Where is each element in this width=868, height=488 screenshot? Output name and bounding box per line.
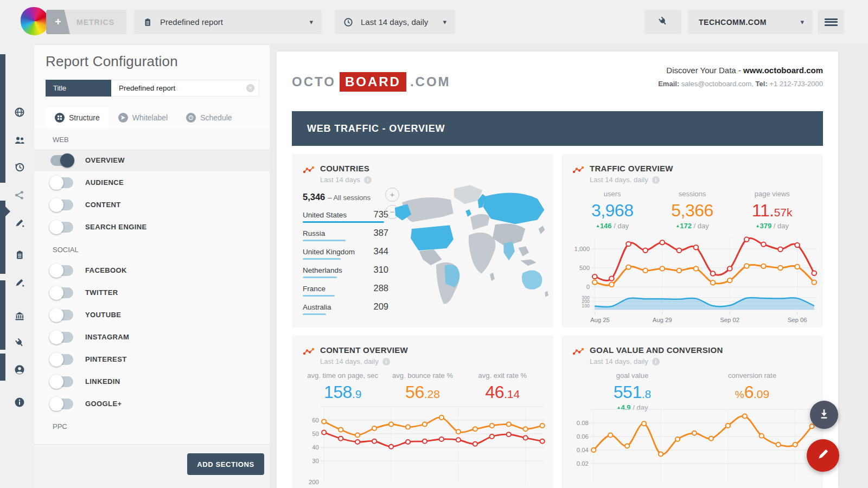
config-sections: WEBOVERVIEWAUDIENCECONTENTSEARCH ENGINES… [34,128,270,445]
country-row-australia: Australia209 [303,301,388,315]
toggle-row-instagram[interactable]: INSTAGRAM [34,326,270,348]
design-pen-icon[interactable] [14,277,25,288]
brand-board: BOARD [340,72,406,92]
info-icon[interactable]: i [652,358,660,365]
card-subtitle: Last 14 days, daily [590,176,648,184]
plus-icon: + [46,10,70,34]
edit-pen-icon[interactable] [14,217,25,228]
brand-com: .COM [410,74,451,89]
info-icon[interactable] [14,397,25,408]
plug-icon[interactable] [14,337,25,348]
metrics-button[interactable]: + METRICS [46,10,126,34]
toggle-row-facebook[interactable]: FACEBOOK [34,259,270,281]
widget-logo-icon [572,166,584,184]
scatter-metrics-icon[interactable] [14,190,25,201]
toggle-label: INSTAGRAM [85,333,129,341]
tab-whitelabel[interactable]: Whitelabel [109,107,177,128]
country-bar [303,221,384,223]
info-icon[interactable]: i [382,358,390,365]
clock-icon [343,17,353,27]
widget-logo-icon [303,166,315,184]
linkedin-toggle[interactable] [50,376,73,387]
toggle-row-overview[interactable]: OVERVIEW [34,149,270,171]
pinterest-toggle[interactable] [50,354,73,365]
toggle-label: LINKEDIN [85,377,120,386]
hamburger-icon [825,17,838,27]
accent-strip-segment [0,201,5,274]
download-report-button[interactable] [810,401,838,429]
google-toggle[interactable] [50,399,73,409]
country-sessions: 310 [373,265,388,275]
toggle-row-audience[interactable]: AUDIENCE [34,171,270,194]
facebook-toggle[interactable] [50,265,73,276]
triangle-up-icon: ▲ [675,223,680,228]
period-selector-label: Last 14 days, daily [361,17,428,27]
svg-text:0.08: 0.08 [577,420,589,426]
svg-text:0.06: 0.06 [577,433,589,440]
toggle-row-content[interactable]: CONTENT [34,194,270,216]
toggle-row-pinterest[interactable]: PINTEREST [34,348,270,370]
triangle-up-icon: ▲ [756,223,760,228]
plug-icon [658,16,668,29]
card-title: TRAFFIC OVERVIEW [590,164,673,173]
country-sessions: 209 [373,301,388,312]
clipboard-icon [143,17,152,28]
traffic-chart: 1,0005000300200100Aug 25Aug 29Sep 02Sep … [572,230,819,325]
report-preview: OCTO BOARD .COM Discover Your Data - www… [277,52,838,488]
info-icon[interactable]: i [652,176,660,184]
accent-strip-segment [0,280,5,350]
report-selector-dropdown[interactable]: Predefined report ▾ [134,10,322,34]
audience-users-icon[interactable] [14,134,25,145]
title-field: Title × [46,80,259,97]
toggle-row-google[interactable]: GOOGLE+ [34,393,270,415]
toggle-row-youtube[interactable]: YOUTUBE [34,304,270,326]
map-russia [483,192,544,224]
account-selector-label: TECHCOMM.COM [699,18,767,27]
card-title: COUNTRIES [320,164,372,173]
country-row-netherlands: Netherlands310 [303,265,388,278]
active-section-arrow [5,207,10,216]
map-india [503,241,514,260]
toggle-row-twitter[interactable]: TWITTER [34,281,270,304]
web-globe-icon[interactable] [14,107,25,118]
menu-button[interactable] [818,10,844,34]
stat-value: 11.57k [732,201,812,221]
twitter-toggle[interactable] [50,287,73,298]
stat-label: conversion rate [692,371,812,380]
world-map[interactable] [392,178,550,320]
goal-conversion-card: GOAL VALUE AND CONVERSION Last 14 days, … [561,336,823,488]
youtube-toggle[interactable] [50,310,73,320]
accent-strip-segment [0,354,5,381]
country-bar [303,240,346,241]
download-icon [818,407,831,422]
stat-delta: ▲146 / day [572,222,652,230]
overview-toggle[interactable] [50,155,73,166]
clear-icon[interactable]: × [246,84,254,92]
stat-value: %6.09 [692,382,812,402]
history-icon[interactable] [14,162,25,172]
countries-total: 5,346– All sessions [303,192,388,202]
edit-report-button[interactable] [807,439,839,472]
bank-icon[interactable] [14,311,25,322]
instagram-toggle[interactable] [50,332,73,343]
octoboard-logo-icon[interactable] [21,7,49,35]
add-sections-button[interactable]: ADD SECTIONS [187,453,264,475]
account-selector-dropdown[interactable]: TECHCOMM.COM ▾ [688,10,813,34]
report-selector-label: Predefined report [160,17,223,27]
period-selector-dropdown[interactable]: Last 14 days, daily ▾ [335,10,455,34]
audience-toggle[interactable] [50,177,73,188]
report-structure-icon[interactable] [14,249,25,260]
title-input[interactable] [111,80,259,96]
search-engine-toggle[interactable] [50,222,73,233]
content-toggle[interactable] [50,200,73,210]
account-person-icon[interactable] [14,364,25,375]
tab-schedule[interactable]: Schedule [177,107,241,128]
info-icon[interactable]: i [364,176,372,184]
country-name: Netherlands [303,266,342,274]
content-stats: avg. time on page, sec158.9avg. bounce r… [303,371,542,402]
integrations-button[interactable] [644,10,681,34]
toggle-row-linkedin[interactable]: LINKEDIN [34,370,270,393]
card-title: CONTENT OVERVIEW [320,345,408,355]
toggle-row-search-engine[interactable]: SEARCH ENGINE [34,216,270,238]
tab-structure[interactable]: Structure [46,107,109,128]
